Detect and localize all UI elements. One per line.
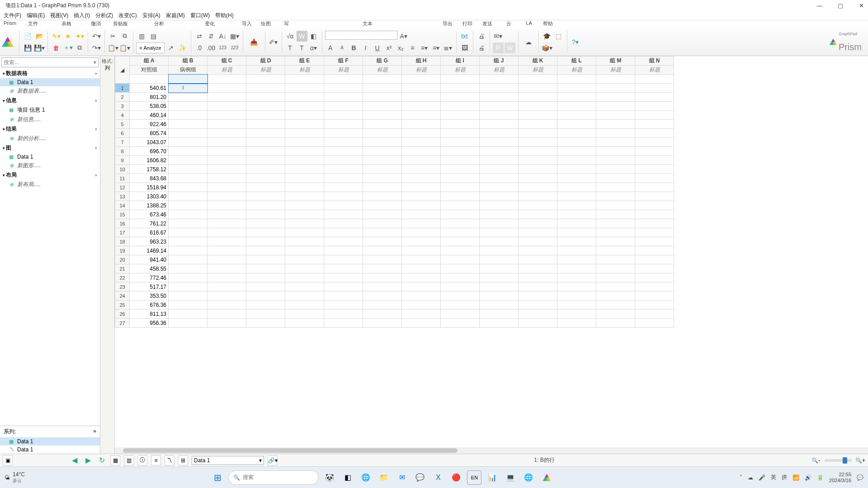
subheader-cell[interactable]	[635, 75, 674, 84]
export-img-button[interactable]: 🖼	[459, 42, 470, 53]
row-header[interactable]: 21	[115, 264, 130, 273]
maximize-button[interactable]: ▢	[836, 1, 844, 9]
nav-item[interactable]: ▦Data 1	[0, 153, 100, 161]
data-cell[interactable]	[480, 219, 519, 228]
data-cell[interactable]	[519, 147, 557, 156]
nav-item[interactable]: ▦Data 1	[0, 78, 100, 86]
data-cell[interactable]	[480, 255, 519, 264]
mail-button[interactable]: ✉▾	[493, 31, 504, 42]
task-app-2[interactable]: 📊	[485, 470, 500, 485]
export-txt-button[interactable]: txt	[459, 31, 470, 42]
data-cell[interactable]	[519, 291, 557, 300]
data-cell[interactable]	[519, 93, 557, 102]
data-cell[interactable]	[519, 111, 557, 120]
data-cell[interactable]	[480, 156, 519, 165]
data-cell[interactable]	[635, 138, 674, 147]
data-cell[interactable]	[208, 219, 246, 228]
undo-button[interactable]: ↶▾	[91, 31, 102, 42]
data-cell[interactable]	[480, 102, 519, 111]
data-cell[interactable]	[363, 228, 402, 237]
data-cell[interactable]	[635, 264, 674, 273]
tray-chevron-icon[interactable]: ˄	[740, 474, 742, 481]
column-header[interactable]: 组 G	[363, 56, 402, 66]
data-cell[interactable]	[519, 210, 557, 219]
data-cell[interactable]	[363, 264, 402, 273]
labarchives-button[interactable]: 🎓	[542, 31, 552, 42]
data-cell[interactable]	[169, 210, 208, 219]
data-cell[interactable]	[208, 201, 246, 210]
data-cell[interactable]: 517.17	[130, 282, 169, 291]
data-cell[interactable]	[402, 310, 441, 319]
data-cell[interactable]	[402, 129, 441, 138]
data-cell[interactable]	[557, 246, 596, 255]
data-cell[interactable]	[519, 228, 557, 237]
data-cell[interactable]	[557, 156, 596, 165]
row-header[interactable]: 6	[115, 129, 130, 138]
data-cell[interactable]	[285, 102, 324, 111]
star-button[interactable]: ★	[62, 31, 73, 42]
data-cell[interactable]: 805.74	[130, 129, 169, 138]
data-cell[interactable]	[441, 201, 480, 210]
column-subheader[interactable]: 标题	[635, 66, 674, 75]
data-cell[interactable]	[480, 264, 519, 273]
wand-button[interactable]: ✨	[177, 42, 188, 53]
data-cell[interactable]	[480, 147, 519, 156]
star2-button[interactable]: ✦▾	[74, 31, 85, 42]
data-cell[interactable]	[441, 319, 480, 328]
data-cell[interactable]	[285, 183, 324, 192]
data-cell[interactable]	[596, 319, 635, 328]
row-header[interactable]: 14	[115, 201, 130, 210]
nav-section-header[interactable]: ▾数据表格»	[0, 69, 100, 78]
data-cell[interactable]	[363, 192, 402, 201]
la2-button[interactable]: ⬚	[553, 31, 564, 42]
row-header[interactable]: 8	[115, 147, 130, 156]
column-subheader[interactable]: 标题	[441, 66, 480, 75]
view-results-button[interactable]: ≡	[151, 455, 161, 465]
row-header[interactable]: 23	[115, 282, 130, 291]
data-cell[interactable]	[402, 147, 441, 156]
data-cell[interactable]	[285, 300, 324, 310]
column-subheader[interactable]: 病例组	[169, 66, 208, 75]
zoom-slider[interactable]	[825, 459, 852, 462]
task-explorer[interactable]: 📁	[377, 470, 391, 485]
superscript-button[interactable]: x²	[384, 42, 395, 53]
data-cell[interactable]	[441, 219, 480, 228]
data-cell[interactable]: 616.67	[130, 228, 169, 237]
subheader-cell[interactable]	[246, 75, 285, 84]
data-cell[interactable]	[169, 156, 208, 165]
data-cell[interactable]	[324, 237, 363, 246]
data-cell[interactable]	[441, 174, 480, 183]
ppt-button[interactable]: P	[493, 42, 504, 53]
data-cell[interactable]	[208, 174, 246, 183]
row-header[interactable]: 25	[115, 300, 130, 310]
view-table-button[interactable]: ▥	[124, 455, 134, 465]
data-cell[interactable]	[169, 273, 208, 282]
data-cell[interactable]	[169, 111, 208, 120]
data-cell[interactable]: 540.61	[130, 84, 169, 93]
data-cell[interactable]	[635, 300, 674, 310]
data-cell[interactable]	[246, 102, 285, 111]
data-cell[interactable]	[208, 255, 246, 264]
data-cell[interactable]	[596, 165, 635, 174]
data-cell[interactable]	[596, 183, 635, 192]
data-cell[interactable]	[285, 174, 324, 183]
view-graph-button[interactable]: 〽	[165, 455, 175, 465]
data-cell[interactable]	[208, 237, 246, 246]
data-cell[interactable]	[635, 201, 674, 210]
column-header[interactable]: 组 E	[285, 56, 324, 66]
column-subheader[interactable]: 标题	[402, 66, 441, 75]
data-cell[interactable]	[208, 138, 246, 147]
data-cell[interactable]	[557, 300, 596, 310]
data-cell[interactable]: 673.46	[130, 210, 169, 219]
data-cell[interactable]	[208, 192, 246, 201]
data-cell[interactable]	[596, 273, 635, 282]
italic-button[interactable]: I	[360, 42, 371, 53]
row-header[interactable]: 26	[115, 310, 130, 319]
data-cell[interactable]	[208, 300, 246, 310]
copy-button[interactable]: ⧉	[119, 31, 130, 42]
data-cell[interactable]	[208, 273, 246, 282]
data-cell[interactable]	[363, 129, 402, 138]
data-cell[interactable]	[635, 147, 674, 156]
menu-item[interactable]: 窗口(W)	[190, 12, 210, 19]
zoom-out-button[interactable]: 🔍-	[811, 455, 821, 465]
